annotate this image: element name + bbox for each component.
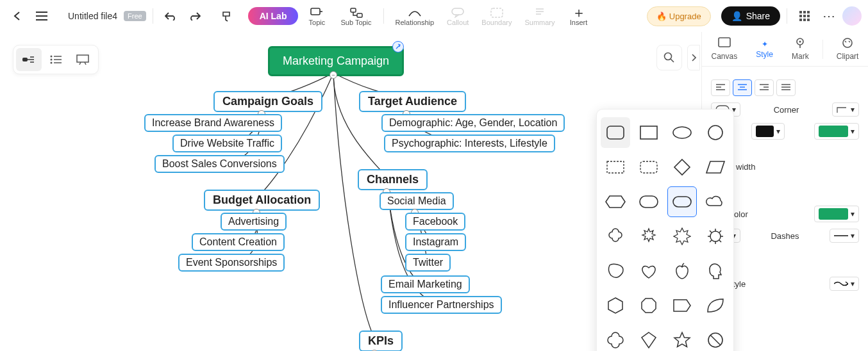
ai-badge-icon[interactable] [392,41,404,53]
svg-rect-23 [673,197,691,207]
audience-demographic[interactable]: Demographic: Age, Gender, Location [381,114,565,132]
menu-button[interactable] [31,5,53,27]
shape-no[interactable] [701,325,730,351]
channel-twitter[interactable]: Twitter [405,254,451,272]
apps-grid-button[interactable] [794,5,815,27]
channel-influencer[interactable]: Influencer Partnerships [381,296,502,314]
subtopic-button[interactable]: Sub Topic [335,1,376,31]
shape-dashed-rounded[interactable] [634,152,664,183]
shape-cloud[interactable] [701,186,730,217]
svg-rect-1 [351,8,356,12]
format-painter-button[interactable] [216,5,238,27]
channel-social[interactable]: Social Media [380,192,454,210]
svg-rect-20 [607,161,624,173]
shape-circle[interactable] [701,117,730,148]
svg-point-18 [673,127,691,138]
shape-tag[interactable] [667,290,697,321]
svg-rect-2 [357,13,362,17]
more-button[interactable]: ⋯ [818,5,840,27]
channel-instagram[interactable]: Instagram [405,233,466,251]
shape-hexagon-h[interactable] [601,186,630,217]
shape-pill[interactable] [667,186,697,217]
svg-rect-4 [491,8,503,17]
svg-rect-0 [311,8,320,15]
person-icon: 👤 [731,11,742,21]
shape-picker-popover [596,109,734,351]
budget-node[interactable]: Budget Allocation [204,190,320,211]
budget-content[interactable]: Content Creation [192,233,285,251]
redo-button[interactable] [184,5,206,27]
shape-octagon[interactable] [634,290,664,321]
shape-gem[interactable] [634,325,664,351]
channels-node[interactable]: Channels [358,169,428,190]
campaign-goals-node[interactable]: Campaign Goals [213,91,322,112]
shape-star[interactable] [667,325,697,351]
relationship-button[interactable]: Relationship [390,1,440,31]
summary-button: Summary [519,1,560,31]
shape-rect[interactable] [634,117,664,148]
back-button[interactable] [6,5,28,27]
svg-point-19 [708,126,722,140]
shape-head[interactable] [701,256,730,286]
ai-lab-button[interactable]: AI Lab [248,7,299,25]
separator [153,8,153,24]
goal-node-conversions[interactable]: Boost Sales Conversions [154,155,285,173]
goal-node-awareness[interactable]: Increase Brand Awareness [144,114,282,132]
shape-apple[interactable] [667,256,697,286]
shape-parallelogram[interactable] [701,152,730,183]
shape-blob[interactable] [601,256,630,286]
svg-rect-21 [640,161,657,173]
target-audience-node[interactable]: Target Audience [359,91,466,112]
callout-button: Callout [442,1,474,31]
svg-point-24 [710,231,721,241]
boundary-button: Boundary [476,1,517,31]
share-button[interactable]: 👤Share [721,6,780,26]
shape-flower[interactable] [601,221,630,252]
budget-events[interactable]: Event Sponsorships [178,254,285,272]
svg-rect-3 [452,8,463,15]
shape-stadium[interactable] [634,186,664,217]
topic-button[interactable]: Topic [301,1,333,31]
channel-facebook[interactable]: Facebook [405,213,465,231]
shape-gear[interactable] [701,221,730,252]
shape-burst[interactable] [634,221,664,252]
shape-leaf[interactable] [701,290,730,321]
svg-rect-17 [640,126,657,139]
shape-hexagon[interactable] [601,290,630,321]
free-badge: Free [124,11,146,21]
channel-email[interactable]: Email Marketing [381,275,470,293]
insert-button[interactable]: ＋Insert [563,1,595,31]
fire-icon: 🔥 [656,12,667,21]
goal-node-traffic[interactable]: Drive Website Traffic [172,135,282,152]
shape-ellipse[interactable] [667,117,697,148]
upgrade-button[interactable]: 🔥Upgrade [647,6,711,26]
svg-rect-22 [640,196,658,208]
kpis-node[interactable]: KPIs [359,331,403,351]
shape-dashed-rect[interactable] [601,152,630,183]
shape-rounded-rect[interactable] [601,117,630,148]
avatar[interactable] [842,6,862,26]
undo-button[interactable] [160,5,181,27]
shape-heart[interactable] [634,256,664,286]
budget-advertising[interactable]: Advertising [221,213,287,231]
svg-rect-16 [607,126,624,139]
shape-starburst[interactable] [667,221,697,252]
audience-psychographic[interactable]: Psychographic: Interests, Lifestyle [384,135,555,152]
file-name[interactable]: Untitled file4 [68,11,117,21]
shape-diamond[interactable] [667,152,697,183]
collapse-toggle[interactable]: − [330,71,337,79]
shape-quatrefoil[interactable] [601,325,630,351]
